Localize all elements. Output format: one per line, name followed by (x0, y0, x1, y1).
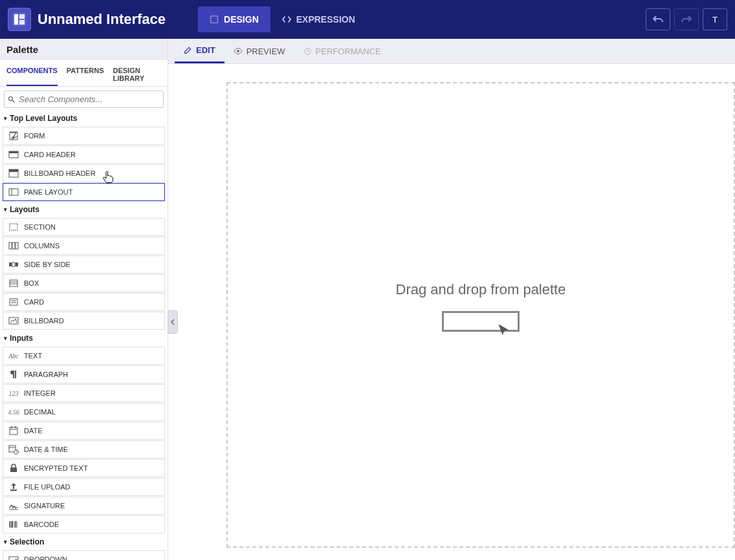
component-columns[interactable]: COLUMNS (3, 237, 165, 255)
svg-rect-28 (10, 427, 17, 435)
component-label: COLUMNS (24, 242, 60, 250)
component-label: SIGNATURE (24, 502, 65, 510)
svg-rect-20 (16, 263, 18, 266)
group-inputs[interactable]: Inputs (0, 330, 168, 346)
test-button[interactable]: T (703, 8, 727, 30)
component-dropdown[interactable]: DROPDOWN (3, 550, 165, 560)
svg-rect-15 (9, 242, 12, 249)
component-label: FILE UPLOAD (24, 483, 71, 491)
view-tab-performance[interactable]: PERFORMANCE (294, 39, 390, 63)
svg-point-5 (9, 96, 13, 100)
component-section[interactable]: SECTION (3, 218, 165, 236)
design-icon (210, 15, 219, 24)
group-top-level-layouts[interactable]: Top Level Layouts (0, 111, 168, 126)
paragraph-icon (8, 369, 19, 380)
undo-button[interactable] (646, 8, 670, 30)
palette-sidebar: Palette COMPONENTS PATTERNS DESIGN LIBRA… (0, 39, 168, 560)
integer-icon: 123 (8, 388, 19, 398)
svg-rect-9 (9, 151, 18, 153)
redo-button[interactable] (674, 8, 699, 30)
component-billboard-header[interactable]: BILLBOARD HEADER (3, 164, 165, 182)
component-label: PARAGRAPH (24, 371, 68, 378)
canvas-scroll: Drag and drop from palette (168, 64, 735, 560)
component-label: ENCRYPTED TEXT (24, 464, 88, 472)
component-label: DATE & TIME (24, 446, 68, 453)
component-box[interactable]: BOX (3, 274, 165, 292)
component-barcode[interactable]: BARCODE (3, 515, 165, 533)
svg-line-6 (12, 100, 15, 102)
svg-point-47 (237, 50, 239, 52)
palette-tab-patterns[interactable]: PATTERNS (67, 64, 104, 86)
group-layouts[interactable]: Layouts (0, 202, 168, 217)
form-icon (8, 131, 19, 141)
view-tab-label: PREVIEW (247, 47, 285, 56)
component-billboard[interactable]: BILLBOARD (3, 312, 165, 330)
component-card-header[interactable]: CARD HEADER (3, 145, 165, 164)
date-time-icon (8, 444, 19, 455)
component-encrypted-text[interactable]: ENCRYPTED TEXT (3, 459, 165, 477)
component-label: INTEGER (24, 389, 56, 397)
component-pane-layout[interactable]: PANE LAYOUT (3, 183, 165, 201)
component-date[interactable]: DATE (3, 422, 165, 440)
barcode-icon (8, 519, 19, 530)
redo-icon (681, 15, 692, 24)
component-label: SIDE BY SIDE (24, 261, 71, 268)
component-integer[interactable]: 123 INTEGER (3, 384, 165, 402)
palette-tab-components[interactable]: COMPONENTS (6, 64, 58, 86)
eye-icon (234, 47, 243, 56)
component-signature[interactable]: SIGNATURE (3, 497, 165, 515)
collapse-sidebar-handle[interactable] (168, 310, 178, 334)
search-icon (8, 96, 16, 103)
svg-rect-3 (19, 20, 25, 25)
svg-rect-36 (10, 490, 17, 491)
billboard-header-icon (8, 168, 19, 178)
component-label: BARCODE (24, 521, 59, 528)
component-label: CARD (24, 298, 44, 306)
component-paragraph[interactable]: PARAGRAPH (3, 365, 165, 383)
component-label: TEXT (24, 352, 42, 360)
text-icon: Abc (8, 350, 19, 361)
svg-rect-14 (10, 224, 17, 230)
svg-rect-35 (10, 468, 17, 472)
decimal-icon: 4.56 (8, 407, 19, 417)
search-box (4, 91, 164, 108)
upload-icon (8, 482, 19, 492)
component-label: SECTION (24, 223, 56, 231)
svg-rect-24 (10, 299, 17, 305)
svg-rect-2 (19, 14, 25, 19)
mode-tab-expression[interactable]: EXPRESSION (270, 6, 367, 32)
component-side-by-side[interactable]: SIDE BY SIDE (3, 255, 165, 274)
component-list: Top Level Layouts FORM CARD HEADER BILLB… (0, 111, 168, 560)
mode-tab-label: EXPRESSION (296, 14, 355, 25)
page-title: Unnamed Interface (38, 11, 166, 28)
svg-rect-16 (12, 242, 15, 249)
component-text[interactable]: Abc TEXT (3, 347, 165, 365)
drop-hint-graphic (442, 311, 520, 349)
view-tab-edit[interactable]: EDIT (175, 39, 225, 63)
edit-icon (184, 46, 192, 54)
design-canvas[interactable]: Drag and drop from palette (226, 82, 735, 548)
component-date-time[interactable]: DATE & TIME (3, 440, 165, 458)
clock-icon (303, 47, 312, 56)
component-label: FORM (24, 132, 45, 140)
svg-rect-4 (211, 16, 218, 23)
palette-tab-design-library[interactable]: DESIGN LIBRARY (113, 64, 162, 86)
view-tabs: EDIT PREVIEW PERFORMANCE (168, 39, 735, 64)
test-button-label: T (712, 15, 718, 25)
component-label: BILLBOARD HEADER (24, 169, 96, 177)
view-tab-preview[interactable]: PREVIEW (225, 39, 294, 63)
component-file-upload[interactable]: FILE UPLOAD (3, 478, 165, 496)
code-icon (282, 15, 291, 24)
search-input[interactable] (4, 91, 164, 108)
component-form[interactable]: FORM (3, 127, 165, 145)
component-decimal[interactable]: 4.56 DECIMAL (3, 403, 165, 421)
svg-rect-18 (9, 263, 12, 266)
component-card[interactable]: CARD (3, 293, 165, 311)
box-icon (8, 278, 19, 288)
group-selection[interactable]: Selection (0, 534, 168, 550)
svg-rect-27 (9, 318, 18, 324)
pane-layout-icon (8, 187, 19, 197)
drop-hint-text: Drag and drop from palette (396, 281, 566, 298)
mode-tab-design[interactable]: DESIGN (198, 6, 270, 32)
top-header-right: T (646, 8, 727, 30)
